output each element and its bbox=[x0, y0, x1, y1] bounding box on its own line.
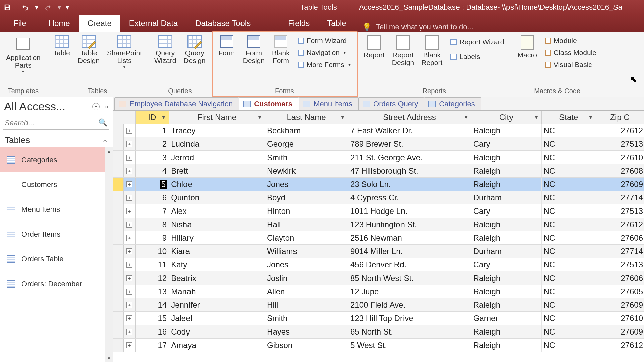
cell-city[interactable]: Raleigh bbox=[471, 164, 542, 177]
class-module-button[interactable]: Class Module bbox=[542, 48, 600, 58]
report-button[interactable]: Report bbox=[361, 34, 387, 47]
cell-state[interactable]: NC bbox=[542, 137, 596, 150]
document-tab[interactable]: Menu Items bbox=[299, 97, 359, 110]
row-selector[interactable] bbox=[113, 298, 124, 311]
cell-id[interactable]: 14 bbox=[136, 298, 169, 311]
cell-street-address[interactable]: 123 Hill Top Drive bbox=[348, 312, 471, 325]
navigation-button[interactable]: Navigation▾ bbox=[294, 48, 354, 58]
cell-last-name[interactable]: George bbox=[265, 137, 348, 150]
table-row[interactable]: +11KatyJones456 Denver Rd.CaryNC27513 bbox=[113, 258, 644, 272]
cell-id[interactable]: 8 bbox=[136, 218, 169, 231]
cell-first-name[interactable]: Cody bbox=[169, 325, 265, 338]
document-tab[interactable]: Employee Database Navigation bbox=[114, 97, 239, 110]
cell-city[interactable]: Durham bbox=[471, 191, 542, 204]
form-button[interactable]: Form bbox=[215, 34, 238, 47]
cell-street-address[interactable]: 2100 Field Ave. bbox=[348, 298, 471, 311]
cell-zip[interactable]: 27610 bbox=[596, 312, 644, 325]
cell-city[interactable]: Garner bbox=[471, 312, 542, 325]
row-selector[interactable] bbox=[113, 272, 124, 285]
document-tab[interactable]: Categories bbox=[424, 97, 481, 110]
cell-zip[interactable]: 27612 bbox=[596, 124, 644, 137]
blank-report-button[interactable]: Blank Report bbox=[419, 34, 445, 47]
cell-state[interactable]: NC bbox=[542, 339, 596, 352]
table-row[interactable]: +3JerrodSmith211 St. George Ave.RaleighN… bbox=[113, 151, 644, 164]
visual-basic-button[interactable]: Visual Basic bbox=[542, 60, 600, 70]
cell-first-name[interactable]: Brett bbox=[169, 164, 265, 177]
cell-id[interactable]: 9 bbox=[136, 231, 169, 244]
row-selector[interactable] bbox=[113, 325, 124, 338]
table-design-button[interactable]: Table Design bbox=[75, 34, 102, 47]
expand-button[interactable]: + bbox=[124, 191, 135, 204]
undo-dropdown[interactable]: ▾ bbox=[33, 0, 41, 15]
table-row[interactable]: +7AlexHinton1011 Hodge Ln.CaryNC27513 bbox=[113, 204, 644, 218]
cell-city[interactable]: Cary bbox=[471, 137, 542, 150]
table-row[interactable]: +4BrettNewkirk47 Hillsborough St.Raleigh… bbox=[113, 164, 644, 178]
row-selector[interactable] bbox=[113, 218, 124, 231]
row-selector[interactable] bbox=[113, 124, 124, 137]
sharepoint-lists-button[interactable]: SharePoint Lists bbox=[104, 34, 145, 47]
cell-zip[interactable]: 27714 bbox=[596, 245, 644, 258]
nav-item[interactable]: Categories bbox=[0, 147, 105, 172]
cell-state[interactable]: NC bbox=[542, 312, 596, 325]
table-row[interactable]: +10KiaraWilliams9014 Miller Ln.DurhamNC2… bbox=[113, 245, 644, 258]
cell-state[interactable]: NC bbox=[542, 164, 596, 177]
module-button[interactable]: Module bbox=[542, 36, 600, 46]
scroll-down-button[interactable]: ▼ bbox=[105, 355, 113, 362]
cell-zip[interactable]: 27612 bbox=[596, 218, 644, 231]
form-design-button[interactable]: Form Design bbox=[240, 34, 267, 47]
row-selector[interactable] bbox=[113, 312, 124, 325]
column-city[interactable]: City▼ bbox=[471, 111, 542, 124]
cell-street-address[interactable]: 23 Solo Ln. bbox=[348, 178, 471, 191]
expand-button[interactable]: + bbox=[124, 204, 135, 218]
cell-last-name[interactable]: Jones bbox=[265, 178, 348, 191]
cell-city[interactable]: Raleigh bbox=[471, 325, 542, 338]
table-row[interactable]: +16CodyHayes65 North St.RaleighNC27609 bbox=[113, 325, 644, 339]
cell-id[interactable]: 16 bbox=[136, 325, 169, 338]
column-street-address[interactable]: Street Address▼ bbox=[348, 111, 471, 124]
cell-zip[interactable]: 27609 bbox=[596, 298, 644, 311]
cell-state[interactable]: NC bbox=[542, 218, 596, 231]
cell-last-name[interactable]: Joslin bbox=[265, 272, 348, 285]
cell-state[interactable]: NC bbox=[542, 298, 596, 311]
column-last-name[interactable]: Last Name▼ bbox=[265, 111, 348, 124]
scroll-up-button[interactable]: ▲ bbox=[105, 147, 113, 155]
nav-group-tables[interactable]: Tables ︽ bbox=[0, 133, 113, 147]
cell-last-name[interactable]: Newkirk bbox=[265, 164, 348, 177]
table-row[interactable]: +17AmayaGibson5 West St.RaleighNC27612 bbox=[113, 339, 644, 352]
cell-zip[interactable]: 27513 bbox=[596, 258, 644, 271]
cell-last-name[interactable]: Hall bbox=[265, 218, 348, 231]
expand-button[interactable]: + bbox=[124, 178, 135, 191]
report-design-button[interactable]: Report Design bbox=[389, 34, 417, 47]
expand-button[interactable]: + bbox=[124, 218, 135, 231]
cell-id[interactable]: 4 bbox=[136, 164, 169, 177]
cell-city[interactable]: Raleigh bbox=[471, 339, 542, 352]
cell-first-name[interactable]: Mariah bbox=[169, 285, 265, 298]
cell-zip[interactable]: 27606 bbox=[596, 231, 644, 244]
qat-customize[interactable]: ▾ bbox=[63, 0, 71, 15]
cell-street-address[interactable]: 789 Brewer St. bbox=[348, 137, 471, 150]
column-id[interactable]: ID▼ bbox=[136, 111, 169, 124]
query-design-button[interactable]: Query Design bbox=[181, 34, 208, 47]
row-selector[interactable] bbox=[113, 339, 124, 352]
table-button[interactable]: Table bbox=[50, 34, 73, 47]
cell-state[interactable]: NC bbox=[542, 231, 596, 244]
cell-zip[interactable]: 27608 bbox=[596, 164, 644, 177]
cell-last-name[interactable]: Hinton bbox=[265, 204, 348, 218]
cell-last-name[interactable]: Clayton bbox=[265, 231, 348, 244]
nav-item[interactable]: Customers bbox=[0, 172, 105, 197]
row-selector[interactable] bbox=[113, 164, 124, 177]
cell-street-address[interactable]: 456 Denver Rd. bbox=[348, 258, 471, 271]
cell-zip[interactable]: 27513 bbox=[596, 204, 644, 218]
cell-state[interactable]: NC bbox=[542, 191, 596, 204]
table-row[interactable]: +2LucindaGeorge789 Brewer St.CaryNC27513 bbox=[113, 137, 644, 151]
document-tab[interactable]: Orders Query bbox=[358, 97, 424, 110]
cell-street-address[interactable]: 7 East Walker Dr. bbox=[348, 124, 471, 137]
nav-item[interactable]: Orders Table bbox=[0, 247, 105, 272]
chevron-down-icon[interactable]: ▼ bbox=[464, 115, 468, 120]
table-row[interactable]: +5ChloeJones23 Solo Ln.RaleighNC27609 bbox=[113, 178, 644, 191]
save-button[interactable] bbox=[0, 0, 15, 15]
cell-last-name[interactable]: Gibson bbox=[265, 339, 348, 352]
cell-state[interactable]: NC bbox=[542, 204, 596, 218]
cell-state[interactable]: NC bbox=[542, 245, 596, 258]
table-row[interactable]: +6QuintonBoyd4 Cypress Cr.DurhamNC27714 bbox=[113, 191, 644, 204]
